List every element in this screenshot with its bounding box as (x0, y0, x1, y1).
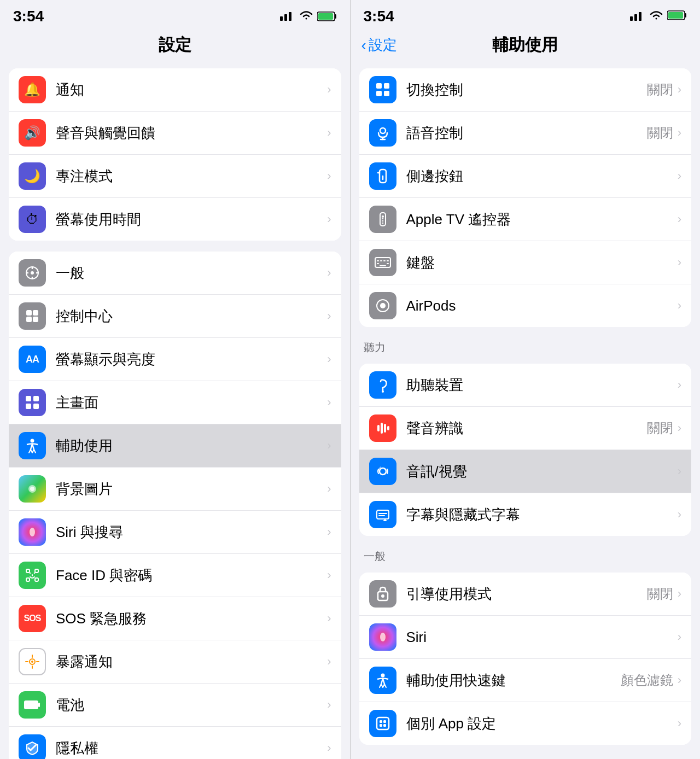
svg-rect-43 (685, 13, 686, 17)
list-item[interactable]: Siri › (359, 616, 692, 659)
per-app-icon (369, 710, 396, 737)
list-item-audio-visual[interactable]: 音訊/視覺 › (359, 450, 692, 493)
svg-rect-27 (35, 578, 38, 581)
list-item[interactable]: ⏱ 螢幕使用時間 › (9, 198, 341, 241)
notifications-icon: 🔔 (19, 76, 46, 103)
svg-rect-2 (289, 12, 291, 21)
chevron-icon: › (327, 482, 331, 496)
list-item-accessibility[interactable]: 輔助使用 › (9, 424, 341, 468)
wallpaper-icon (19, 475, 46, 503)
svg-rect-26 (26, 578, 30, 581)
right-panel: 3:54 ‹ 設定 輔助使用 切換控制 關閉 › (351, 0, 701, 759)
row-label: Siri (406, 629, 678, 646)
list-item[interactable]: 鍵盤 › (359, 241, 692, 284)
svg-rect-14 (26, 317, 32, 322)
svg-rect-37 (24, 700, 38, 709)
row-label: 聲音與觸覺回饋 (56, 124, 327, 143)
list-item[interactable]: 🔔 通知 › (9, 68, 341, 112)
audio-visual-icon (369, 458, 396, 485)
list-item[interactable]: 一般 › (9, 252, 341, 295)
row-label: 切換控制 (406, 80, 647, 100)
row-label: 引導使用模式 (406, 585, 647, 604)
list-item[interactable]: 暴露通知 › (9, 640, 341, 684)
svg-rect-47 (376, 91, 382, 96)
row-label: 個別 App 設定 (406, 714, 678, 733)
list-item[interactable]: 控制中心 › (9, 295, 341, 338)
list-item[interactable]: 引導使用模式 關閉 › (359, 573, 692, 616)
right-nav-title: 輔助使用 (492, 34, 558, 56)
list-item[interactable]: AirPods › (359, 284, 692, 327)
left-panel: 3:54 設定 🔔 通知 › 🔊 聲音與觸覺回饋 › � (0, 0, 350, 759)
left-nav-title: 設定 (159, 34, 191, 56)
svg-point-79 (381, 594, 384, 598)
list-item[interactable]: 助聽裝置 › (359, 364, 692, 407)
back-button[interactable]: ‹ 設定 (361, 36, 397, 55)
sos-icon: SOS (19, 605, 46, 632)
svg-rect-15 (33, 317, 38, 322)
list-item[interactable]: Face ID 與密碼 › (9, 554, 341, 597)
siri-right-icon (369, 623, 396, 651)
svg-point-20 (31, 439, 34, 443)
chevron-icon: › (327, 568, 331, 582)
row-label: 輔助使用快速鍵 (406, 671, 621, 690)
back-label: 設定 (369, 36, 397, 55)
list-item[interactable]: 🔊 聲音與觸覺回饋 › (9, 112, 341, 155)
list-item[interactable]: 聲音辨識 關閉 › (359, 407, 692, 450)
list-item[interactable]: 背景圖片 › (9, 468, 341, 511)
general-icon (19, 259, 46, 287)
switch-control-icon (369, 76, 396, 103)
svg-rect-46 (384, 83, 389, 89)
row-label: 控制中心 (56, 307, 327, 326)
svg-rect-70 (377, 425, 380, 431)
svg-point-23 (30, 528, 35, 536)
chevron-icon: › (327, 126, 331, 140)
svg-rect-12 (26, 310, 32, 316)
right-nav-bar: ‹ 設定 輔助使用 (351, 30, 701, 63)
svg-rect-1 (284, 14, 287, 21)
chevron-icon: › (678, 673, 681, 687)
airpods-icon (369, 292, 396, 319)
sound-recognition-icon (369, 414, 396, 442)
list-item[interactable]: 主畫面 › (9, 381, 341, 424)
svg-point-49 (380, 128, 386, 133)
list-item[interactable]: 側邊按鈕 › (359, 155, 692, 198)
section-header-general: 一般 (351, 544, 701, 567)
chevron-icon: › (327, 395, 331, 410)
right-group-hearing: 助聽裝置 › 聲音辨識 關閉 › 音訊/視覺 › 字幕與隱藏式字幕 › (359, 364, 692, 536)
svg-rect-17 (33, 396, 39, 401)
chevron-icon: › (327, 83, 331, 97)
list-item[interactable]: Siri 與搜尋 › (9, 511, 341, 554)
svg-rect-73 (387, 426, 389, 430)
svg-rect-4 (335, 14, 336, 19)
chevron-icon: › (678, 716, 681, 731)
svg-rect-18 (26, 404, 31, 409)
list-item[interactable]: SOS SOS 緊急服務 › (9, 597, 341, 640)
list-item[interactable]: AA 螢幕顯示與亮度 › (9, 338, 341, 381)
row-value: 關閉 (647, 124, 673, 142)
wifi-icon (299, 10, 314, 23)
chevron-icon: › (678, 464, 681, 478)
general-section-header: 一般 (351, 541, 701, 567)
right-group-general: 引導使用模式 關閉 › Siri › 輔助使用快速鍵 顏色濾鏡 › 個別 App… (359, 573, 692, 745)
list-item[interactable]: 電池 › (9, 684, 341, 727)
list-item[interactable]: 切換控制 關閉 › (359, 68, 692, 112)
battery-icon (667, 10, 687, 23)
chevron-icon: › (327, 741, 331, 755)
list-item[interactable]: 隱私權 › (9, 727, 341, 759)
accessibility-shortcut-icon (369, 667, 396, 694)
section-header-hearing: 聽力 (351, 335, 701, 358)
sound-icon: 🔊 (19, 119, 46, 147)
row-label: 螢幕使用時間 (56, 210, 327, 229)
row-label: 暴露通知 (56, 652, 327, 672)
chevron-icon: › (327, 352, 331, 366)
row-label: Apple TV 遙控器 (406, 210, 678, 229)
svg-rect-0 (280, 16, 283, 21)
list-item[interactable]: 🌙 專注模式 › (9, 155, 341, 198)
list-item[interactable]: Apple TV 遙控器 › (359, 198, 692, 241)
list-item[interactable]: 個別 App 設定 › (359, 702, 692, 745)
siri-icon (19, 518, 46, 546)
list-item[interactable]: 語音控制 關閉 › (359, 112, 692, 155)
list-item[interactable]: 輔助使用快速鍵 顏色濾鏡 › (359, 659, 692, 702)
svg-point-81 (381, 674, 384, 678)
list-item[interactable]: 字幕與隱藏式字幕 › (359, 493, 692, 536)
